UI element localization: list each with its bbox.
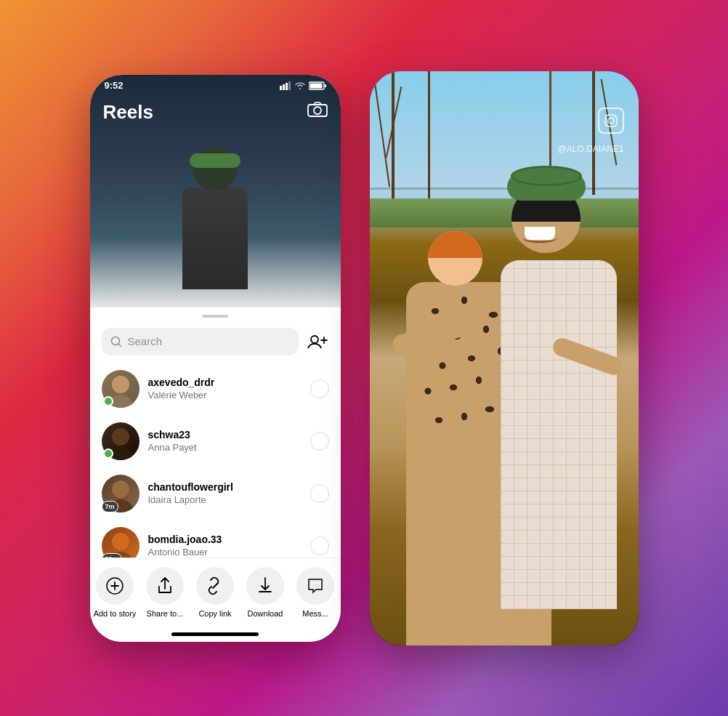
svg-rect-2 [286,83,288,90]
person-smile [522,233,557,243]
contact-username: bomdia.joao.33 [148,534,302,545]
message-action[interactable]: Mess... [294,567,337,618]
contact-username: axevedo_drdr [148,377,302,388]
svg-rect-0 [280,86,282,90]
status-icons [280,81,326,90]
download-icon [256,576,274,595]
contact-list: axevedo_drdr Valérie Weber schwa23 Anna … [90,363,341,558]
online-dot [103,396,113,406]
svg-point-12 [112,376,129,393]
instagram-icon [598,108,624,134]
download-action[interactable]: Download [243,567,287,618]
message-label: Mess... [302,609,328,618]
radio-circle[interactable] [310,536,329,555]
copy-link-label: Copy link [198,609,231,618]
share-to-action[interactable]: Share to... [143,567,187,618]
search-bar-container: Search [90,318,341,363]
message-icon-btn[interactable] [296,567,334,605]
avatar-wrapper: 30m [102,527,139,558]
contact-item[interactable]: 7m chantouflowergirl Idaira Laporte [90,467,341,520]
avatar-wrapper [102,370,139,408]
svg-point-10 [311,336,318,343]
svg-point-18 [112,533,129,550]
svg-point-14 [112,428,129,446]
contact-name: Antonio Bauer [148,547,302,558]
add-to-story-icon-btn[interactable] [96,567,134,605]
status-bar: 9:52 [90,75,341,97]
link-icon [206,576,225,595]
svg-rect-6 [310,83,322,88]
contact-info: bomdia.joao.33 Antonio Bauer [148,534,302,558]
video-figure [171,148,259,307]
svg-point-27 [608,118,614,124]
svg-rect-1 [283,84,285,90]
download-label: Download [248,609,283,618]
svg-rect-3 [288,81,291,90]
contact-username: schwa23 [148,429,302,441]
phone-right: @ALO.DAIANE1 [370,71,639,645]
avatar-wrapper [102,422,139,460]
add-to-story-label: Add to story [94,609,137,618]
search-bar[interactable]: Search [102,328,299,355]
camera-icon[interactable] [307,102,328,122]
radio-circle[interactable] [310,379,329,398]
tree-trunk-3 [592,71,595,195]
figure-head [193,148,237,191]
status-time: 9:52 [105,80,124,91]
home-indicator [171,632,259,636]
tree-trunk-2 [428,71,430,217]
fence-line [370,188,639,190]
search-placeholder: Search [128,335,163,347]
svg-rect-5 [325,84,326,87]
share-to-icon-btn[interactable] [146,567,184,605]
plaid-shirt-body [501,260,617,609]
svg-point-28 [614,116,615,118]
tree-trunk-4 [549,71,551,180]
time-badge: 7m [102,501,118,512]
svg-point-8 [314,107,321,114]
signal-icon [280,81,291,90]
beanie-top [511,166,582,186]
share-to-label: Share to... [147,609,184,618]
share-sheet: Search axevedo_ [90,307,341,642]
copy-link-action[interactable]: Copy link [193,567,237,618]
add-people-icon[interactable] [306,330,329,353]
time-badge: 30m [102,553,122,558]
contact-info: schwa23 Anna Payet [148,429,302,453]
contact-name: Idaira Laporte [148,494,302,505]
radio-circle[interactable] [310,432,329,451]
figure-body [182,188,248,289]
contact-name: Anna Payet [148,442,302,453]
contact-info: axevedo_drdr Valérie Weber [148,377,302,401]
username-tag: @ALO.DAIANE1 [558,144,624,154]
avatar-wrapper: 7m [102,475,139,512]
reel-content: @ALO.DAIANE1 [370,71,639,645]
second-person-hair [428,231,482,259]
reels-header: Reels [90,101,341,124]
copy-link-icon-btn[interactable] [196,567,234,605]
share-icon [156,576,174,595]
contact-item[interactable]: schwa23 Anna Payet [90,415,341,467]
wifi-icon [294,81,306,90]
message-icon [306,576,325,595]
tree-trunk-1 [392,71,395,202]
reels-title: Reels [103,101,153,124]
online-dot [103,448,113,459]
contact-info: chantouflowergirl Idaira Laporte [148,481,302,505]
contact-username: chantouflowergirl [148,481,302,493]
add-to-story-icon [105,576,124,595]
svg-point-16 [112,480,129,498]
video-background: 9:52 R [90,75,341,307]
second-person-head [428,231,482,286]
battery-icon [309,81,326,90]
add-to-story-action[interactable]: Add to story [93,567,137,618]
contact-name: Valérie Weber [148,390,302,401]
radio-circle[interactable] [310,484,329,503]
contact-item[interactable]: 30m bomdia.joao.33 Antonio Bauer [90,520,341,558]
download-icon-btn[interactable] [246,567,284,605]
ground [370,198,639,228]
action-bar: Add to story Share to... [90,558,341,632]
search-icon [110,336,122,347]
contact-item[interactable]: axevedo_drdr Valérie Weber [90,363,341,415]
phone-left: 9:52 R [90,75,341,642]
